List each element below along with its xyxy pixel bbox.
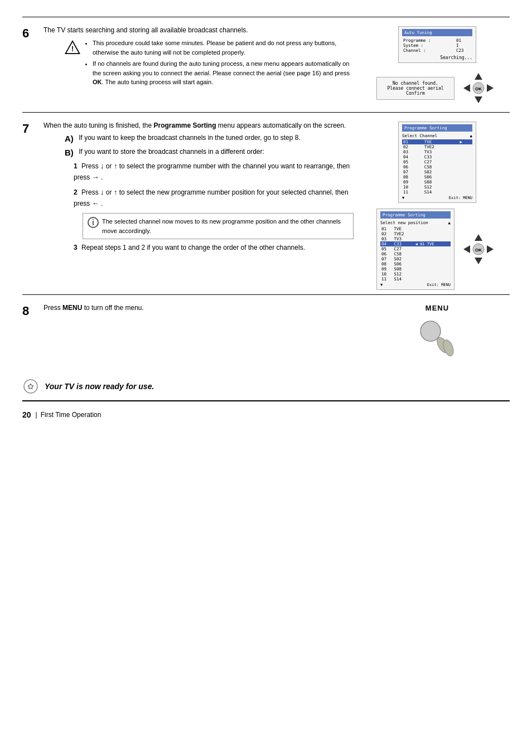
arrow-down-1: ↓ [100, 161, 104, 172]
step6-left: 6 The TV starts searching and storing al… [22, 26, 365, 108]
svg-marker-4 [463, 84, 470, 92]
channel-value: C23 [455, 48, 472, 53]
svg-marker-10 [463, 245, 470, 253]
menu-label: MENU [425, 304, 449, 312]
step6-warning-text: This procedure could take some minutes. … [85, 38, 354, 87]
ps2-row-10: 10S12 [380, 272, 451, 277]
section-label: First Time Operation [41, 411, 101, 419]
auto-tuning-screen: Auto Tuning Programme : 01 System : I Ch… [398, 26, 476, 63]
arrow-right-1: → [92, 172, 99, 183]
step6-warning-box: ! This procedure could take some minutes… [65, 38, 354, 87]
arrow-up-1: ↑ [114, 161, 118, 172]
ps1-row-11: 11S14 [402, 190, 472, 195]
ps1-exit: ▼ Exit: MENU [402, 196, 472, 200]
ps2-exit: ▼ Exit: MENU [380, 283, 451, 287]
ps2-row-01: 01TVE [380, 226, 451, 231]
arrow-up-2: ↑ [114, 187, 118, 198]
step7-section: 7 When the auto tuning is finished, the … [22, 112, 510, 294]
warning-icon: ! [65, 40, 80, 55]
svg-marker-9 [475, 258, 482, 264]
step6-content: The TV starts searching and storing all … [43, 26, 354, 91]
ps1-row-10: 10S12 [402, 185, 472, 190]
ps1-row-06: 06C58 [402, 164, 472, 169]
auto-tuning-row-channel: Channel : C23 [402, 48, 472, 53]
ps2-row-02: 02TVE2 [380, 231, 451, 236]
ps1-row-01: 01TVE▶ [402, 139, 472, 144]
ps1-subtitle: Select Channel ▲ [402, 133, 472, 138]
programme-label: Programme : [402, 38, 455, 43]
page-footer: 20 | First Time Operation [22, 400, 510, 421]
auto-tuning-row-programme: Programme : 01 [402, 38, 472, 43]
svg-point-14 [420, 321, 441, 341]
step7-right: Programme Sorting Select Channel ▲ 01TVE… [365, 122, 510, 290]
warning-item-1: This procedure could take some minutes. … [93, 38, 354, 57]
menu-hand-icon [409, 314, 465, 359]
page-number: 20 [22, 410, 31, 419]
step8-left: 8 Press MENU to turn off the menu. [22, 304, 365, 359]
step6-right: Auto Tuning Programme : 01 System : I Ch… [365, 26, 510, 108]
ps1-row-03: 03TV3 [402, 149, 472, 154]
step7-title: When the auto tuning is finished, the Pr… [43, 122, 354, 129]
numbered-step-2: 2 Press ↓ or ↑ to select the new program… [74, 187, 354, 209]
svg-text:OK: OK [475, 86, 482, 91]
system-label: System : [402, 43, 455, 48]
step7-number: 7 [22, 122, 38, 136]
auto-tuning-row-system: System : I [402, 43, 472, 48]
channel-label: Channel : [402, 48, 455, 53]
step8-right: MENU [365, 304, 510, 359]
ps1-row-05: 05C27 [402, 159, 472, 164]
page: 6 The TV starts searching and storing al… [0, 0, 532, 756]
numbered-step-3: 3 Repeat steps 1 and 2 if you want to ch… [74, 243, 354, 253]
svg-marker-8 [475, 234, 482, 241]
ps2-row-09: 09S08 [380, 266, 451, 272]
programme-value: 01 [455, 38, 472, 43]
info-text: The selected channel now moves to its ne… [102, 217, 349, 235]
info-box: i The selected channel now moves to its … [83, 213, 354, 239]
remote-ok-icon-2: OK [459, 230, 498, 269]
step8-number: 8 [22, 304, 38, 318]
separator: | [36, 411, 37, 419]
ps2-row-04: 04C33◀ 01 TVE [380, 241, 451, 246]
ps2-row-08: 08S06 [380, 261, 451, 266]
svg-text:OK: OK [475, 248, 482, 253]
ps1-row-04: 04C33 [402, 154, 472, 159]
numbered-steps: 1 Press ↓ or ↑ to select the programme n… [74, 161, 354, 253]
step7-left: 7 When the auto tuning is finished, the … [22, 122, 365, 290]
subA-text: If you want to keep the broadcast channe… [79, 134, 351, 142]
subA-label: A) [65, 134, 74, 143]
auto-tuning-table: Programme : 01 System : I Channel : C23 [402, 38, 472, 53]
ps2-channel-table: 01TVE 02TVE2 03TV3 04C33◀ 01 TVE 05C27 0… [380, 226, 451, 282]
no-channel-group: No channel found. Please connect aerial … [376, 69, 498, 108]
ready-row: ✿ Your TV is now ready for use. [22, 372, 510, 395]
confirm-button: Confirm [383, 91, 448, 96]
info-icon: i [88, 217, 99, 228]
ps2-title: Programme Sorting [380, 211, 451, 219]
ps1-channel-table: 01TVE▶ 02TVE2 03TV3 04C33 05C27 06C58 07… [402, 139, 472, 195]
auto-tuning-title: Auto Tuning [402, 29, 472, 36]
step8-section: 8 Press MENU to turn off the menu. MENU [22, 294, 510, 364]
step6-number: 6 [22, 26, 38, 41]
no-channel-screen: No channel found. Please connect aerial … [376, 77, 454, 100]
ps1-title: Programme Sorting [402, 124, 472, 132]
step7-subB: B) If you want to store the broadcast ch… [65, 148, 354, 253]
searching-status: Searching... [402, 55, 472, 60]
ps2-row-07: 07S02 [380, 256, 451, 261]
system-value: I [455, 43, 472, 48]
svg-marker-11 [487, 245, 494, 253]
ps2-subtitle: Select new position ▲ [380, 220, 451, 225]
step8-content: Press MENU to turn off the menu. [43, 304, 354, 315]
no-channel-line1: No channel found. [383, 81, 448, 86]
programme-sorting-screen-2: Programme Sorting Select new position ▲ … [376, 209, 454, 290]
ready-text: Your TV is now ready for use. [45, 382, 154, 391]
arrow-down-2: ↓ [100, 187, 104, 198]
ps2-row-06: 06C58 [380, 251, 451, 256]
step6-section: 6 The TV starts searching and storing al… [22, 17, 510, 112]
step3-text: Repeat steps 1 and 2 if you want to chan… [81, 244, 305, 251]
ps1-row-08: 08S06 [402, 175, 472, 180]
step6-title: The TV starts searching and storing all … [43, 26, 354, 34]
ready-icon: ✿ [22, 378, 39, 395]
no-channel-line2: Please connect aerial [383, 86, 448, 91]
step7-subA: A) If you want to keep the broadcast cha… [65, 134, 354, 143]
ps2-row-03: 03TV3 [380, 236, 451, 241]
ps2-row-05: 05C27 [380, 246, 451, 251]
